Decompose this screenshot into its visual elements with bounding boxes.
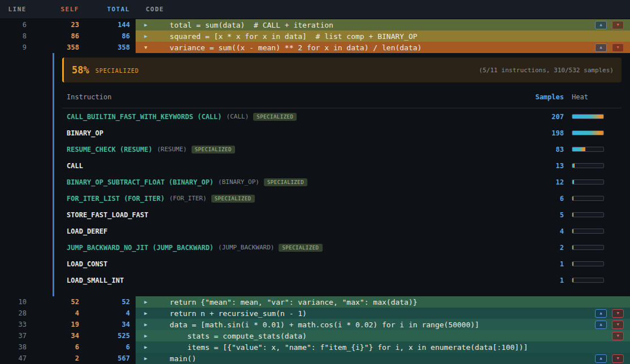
instruction-row: STORE_FAST_LOAD_FAST5 bbox=[62, 207, 622, 223]
code-cell[interactable]: ▶ items = [{"value": x, "name": f"item_{… bbox=[136, 341, 630, 353]
heat-cell bbox=[564, 278, 622, 283]
heat-bar-track bbox=[572, 278, 604, 283]
expand-triangle-icon[interactable]: ▶ bbox=[140, 322, 152, 327]
code-text: variance = sum((x - mean) ** 2 for x in … bbox=[152, 43, 595, 52]
instruction-name: JUMP_BACKWARD_NO_JIT (JUMP_BACKWARD) bbox=[67, 244, 214, 252]
navigate-up-button[interactable]: ▲ bbox=[595, 309, 607, 318]
line-number: 9 bbox=[0, 43, 34, 51]
expand-triangle-icon[interactable]: ▶ bbox=[140, 22, 152, 28]
sample-count: 6 bbox=[530, 195, 564, 203]
code-text: squared = [x * x for x in data] # list c… bbox=[152, 32, 624, 41]
heat-bar-track bbox=[572, 179, 604, 185]
heat-bar-track bbox=[572, 196, 604, 201]
total-samples: 52 bbox=[85, 298, 136, 306]
heat-bar-track bbox=[572, 245, 604, 250]
table-header: LINE SELF TOTAL CODE bbox=[0, 0, 630, 19]
self-samples: 86 bbox=[34, 32, 85, 40]
instruction-base-opcode: (JUMP_BACKWARD) bbox=[218, 244, 274, 251]
instruction-row: RESUME_CHECK (RESUME)(RESUME)SPECIALIZED… bbox=[62, 141, 622, 157]
header-self-column: SELF bbox=[34, 6, 85, 13]
instruction-name: RESUME_CHECK (RESUME) bbox=[67, 146, 153, 154]
code-text: stats = compute_stats(data) bbox=[152, 332, 612, 340]
sample-count: 5 bbox=[530, 211, 564, 219]
self-samples: 358 bbox=[34, 43, 85, 51]
code-cell[interactable]: ▶ total = sum(data) # CALL + iteration▲▼ bbox=[136, 19, 630, 30]
instruction-row: LOAD_SMALL_INT1 bbox=[62, 272, 622, 288]
sample-count: 4 bbox=[530, 227, 564, 235]
specialized-badge: SPECIALIZED bbox=[192, 146, 235, 154]
navigate-down-button[interactable]: ▼ bbox=[612, 21, 624, 29]
instruction-name-cell: FOR_ITER_LIST (FOR_ITER)(FOR_ITER)SPECIA… bbox=[62, 195, 530, 203]
collapse-triangle-icon[interactable]: ▼ bbox=[140, 45, 152, 50]
expand-triangle-icon[interactable]: ▶ bbox=[140, 333, 152, 339]
heat-bar-fill bbox=[572, 164, 575, 168]
total-samples: 525 bbox=[85, 332, 136, 340]
specialized-badge: SPECIALIZED bbox=[253, 113, 297, 121]
instruction-row: BINARY_OP_SUBTRACT_FLOAT (BINARY_OP)(BIN… bbox=[62, 174, 622, 190]
heat-cell bbox=[564, 196, 622, 201]
expand-triangle-icon[interactable]: ▶ bbox=[140, 299, 152, 305]
navigate-down-button[interactable]: ▼ bbox=[612, 43, 624, 52]
heat-bar-fill bbox=[572, 229, 573, 233]
sample-count: 13 bbox=[530, 162, 564, 170]
header-line-column: LINE bbox=[0, 6, 34, 13]
sample-count: 198 bbox=[530, 129, 564, 137]
navigate-up-button[interactable]: ▲ bbox=[595, 21, 607, 29]
heat-cell bbox=[564, 130, 622, 135]
code-cell[interactable]: ▶ stats = compute_stats(data)▼ bbox=[136, 330, 630, 341]
total-samples: 6 bbox=[85, 343, 136, 351]
instruction-table-header: Instruction Samples Heat bbox=[62, 86, 622, 108]
sample-count: 2 bbox=[530, 244, 564, 252]
heat-cell bbox=[564, 229, 622, 234]
code-cell[interactable]: ▶ data = [math.sin(i * 0.01) + math.cos(… bbox=[136, 319, 630, 330]
heat-cell bbox=[564, 245, 622, 250]
specialized-badge: SPECIALIZED bbox=[279, 244, 322, 252]
heat-bar-fill bbox=[572, 147, 585, 151]
header-total-column: TOTAL bbox=[85, 6, 136, 13]
code-cell[interactable]: ▶ squared = [x * x for x in data] # list… bbox=[136, 30, 630, 42]
specialized-percent: 58% bbox=[72, 64, 89, 76]
code-text: return n + recursive_sum(n - 1) bbox=[152, 309, 595, 318]
instruction-name-cell: LOAD_SMALL_INT bbox=[62, 277, 530, 284]
navigate-down-button[interactable]: ▼ bbox=[612, 321, 624, 329]
sample-count: 12 bbox=[530, 178, 564, 186]
code-cell[interactable]: ▼ variance = sum((x - mean) ** 2 for x i… bbox=[136, 42, 630, 53]
code-row: 2844▶ return n + recursive_sum(n - 1)▲▼ bbox=[0, 308, 630, 319]
instruction-rows: CALL_BUILTIN_FAST_WITH_KEYWORDS (CALL)(C… bbox=[62, 108, 622, 288]
instruction-name: FOR_ITER_LIST (FOR_ITER) bbox=[67, 195, 164, 203]
heat-bar-fill bbox=[572, 180, 574, 184]
specialized-badge: SPECIALIZED bbox=[264, 178, 307, 186]
expand-triangle-icon[interactable]: ▶ bbox=[140, 356, 152, 361]
navigate-down-button[interactable]: ▼ bbox=[612, 309, 624, 318]
navigate-down-button[interactable]: ▼ bbox=[612, 354, 624, 363]
code-row: 472567▶ main()▲▼ bbox=[0, 353, 630, 364]
header-instruction-column: Instruction bbox=[62, 93, 530, 101]
code-cell[interactable]: ▶ return {"mean": mean, "var": variance,… bbox=[136, 296, 630, 308]
instruction-name: BINARY_OP bbox=[67, 129, 103, 137]
code-cell[interactable]: ▶ return n + recursive_sum(n - 1)▲▼ bbox=[136, 308, 630, 319]
expand-triangle-icon[interactable]: ▶ bbox=[140, 344, 152, 350]
code-cell[interactable]: ▶ main()▲▼ bbox=[136, 353, 630, 364]
instruction-name: LOAD_CONST bbox=[67, 260, 107, 268]
header-samples-column: Samples bbox=[530, 93, 564, 101]
navigate-up-button[interactable]: ▲ bbox=[595, 43, 607, 52]
navigate-up-button[interactable]: ▲ bbox=[595, 354, 607, 363]
expand-triangle-icon[interactable]: ▶ bbox=[140, 33, 152, 39]
heat-cell bbox=[564, 163, 622, 168]
code-row: 105252▶ return {"mean": mean, "var": var… bbox=[0, 296, 630, 308]
navigate-up-button[interactable]: ▲ bbox=[595, 321, 607, 329]
instruction-name-cell: LOAD_DEREF bbox=[62, 227, 530, 235]
specialization-summary-banner: 58% SPECIALIZED (5/11 instructions, 310/… bbox=[62, 58, 622, 82]
heat-bar-fill bbox=[572, 115, 604, 119]
code-row: 9358358▼ variance = sum((x - mean) ** 2 … bbox=[0, 42, 630, 53]
expand-triangle-icon[interactable]: ▶ bbox=[140, 310, 152, 316]
line-number: 6 bbox=[0, 21, 34, 29]
sample-count: 83 bbox=[530, 146, 564, 154]
instruction-row: BINARY_OP198 bbox=[62, 125, 622, 141]
code-text: return {"mean": mean, "var": variance, "… bbox=[152, 298, 624, 306]
total-samples: 144 bbox=[85, 21, 136, 29]
instruction-name-cell: STORE_FAST_LOAD_FAST bbox=[62, 211, 530, 219]
specialized-percent-label: SPECIALIZED bbox=[95, 66, 139, 74]
heat-cell bbox=[564, 261, 622, 266]
navigate-down-button[interactable]: ▼ bbox=[612, 332, 624, 340]
